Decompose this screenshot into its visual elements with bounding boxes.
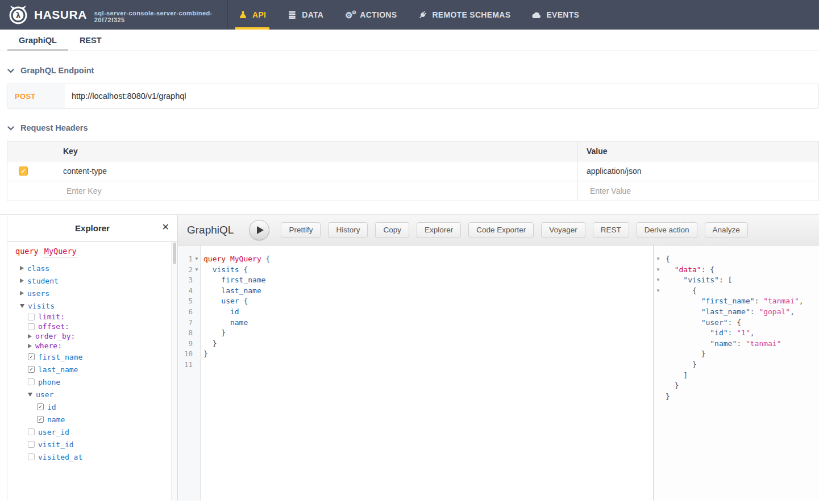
tree-item-limit[interactable]: limit: (15, 312, 164, 322)
field-checkbox[interactable]: ✓ (28, 353, 35, 360)
chevron-right-icon[interactable] (28, 334, 32, 339)
code-exporter-button[interactable]: Code Exporter (468, 222, 534, 238)
header-value-cell[interactable]: application/json (577, 161, 818, 181)
fold-arrow-icon[interactable]: ▼ (193, 254, 201, 265)
plug-icon (418, 11, 427, 19)
code-line: 4 last_name (178, 286, 653, 297)
tree-item-label: user (36, 390, 53, 399)
tree-item-student[interactable]: student (15, 274, 164, 287)
nav-item-api[interactable]: API (228, 0, 277, 30)
line-number: 1 (178, 254, 193, 265)
tree-item-visits[interactable]: visits (15, 299, 164, 312)
tree-item-label: phone (38, 378, 60, 386)
execute-query-button[interactable] (249, 220, 269, 240)
code-line: 10} (178, 349, 653, 360)
explorer-scrollbar[interactable] (171, 241, 177, 501)
new-header-key-input[interactable] (63, 186, 552, 195)
chevron-right-icon[interactable] (28, 344, 32, 348)
nav-item-label: ACTIONS (360, 10, 397, 19)
request-headers-section-header[interactable]: Request Headers (7, 123, 819, 132)
line-number: 8 (178, 328, 193, 339)
tree-item-visited_at[interactable]: visited_at (15, 451, 164, 463)
copy-button[interactable]: Copy (375, 222, 409, 238)
chevron-right-icon[interactable] (20, 278, 24, 283)
prettify-button[interactable]: Prettify (281, 222, 321, 238)
code-text: query MyQuery { (201, 254, 270, 265)
rest-button[interactable]: REST (593, 222, 629, 238)
nav-item-remote-schemas[interactable]: REMOTE SCHEMAS (408, 0, 521, 30)
fold-arrow-icon[interactable]: ▼ (193, 265, 201, 276)
tree-item-offset[interactable]: offset: (15, 322, 164, 331)
chevron-down-icon[interactable] (20, 304, 24, 308)
explorer-header: Explorer ✕ (7, 215, 177, 241)
field-checkbox[interactable]: ✓ (28, 366, 35, 373)
fold-arrow-icon[interactable]: ▼ (654, 275, 663, 286)
chevron-right-icon[interactable] (20, 266, 24, 270)
field-checkbox[interactable] (28, 323, 35, 330)
field-checkbox[interactable]: ✓ (37, 403, 44, 410)
graphql-endpoint-section-header[interactable]: GraphQL Endpoint (7, 66, 819, 75)
field-checkbox[interactable]: ✓ (37, 416, 44, 423)
field-checkbox[interactable] (28, 428, 35, 435)
table-row: ✓ content-type application/json (7, 161, 818, 181)
header-key-cell[interactable]: content-type (57, 161, 577, 181)
nav-item-data[interactable]: DATA (277, 0, 334, 30)
nav-item-events[interactable]: EVENTS (521, 0, 590, 30)
chevron-right-icon[interactable] (20, 291, 24, 295)
header-enabled-checkbox[interactable]: ✓ (19, 166, 28, 176)
tab-rest[interactable]: REST (68, 30, 113, 51)
tree-item-name[interactable]: ✓name (15, 413, 164, 426)
tree-item-label: name (47, 415, 65, 424)
brand[interactable]: λ HASURA sql-server-console-server-combi… (0, 0, 227, 30)
tree-item-label: first_name (38, 353, 82, 361)
tree-item-first_name[interactable]: ✓first_name (15, 351, 164, 363)
tree-item-phone[interactable]: phone (15, 376, 164, 388)
tree-item-label: limit: (38, 313, 65, 321)
field-checkbox[interactable] (28, 314, 35, 320)
fold-spacer (654, 339, 663, 349)
close-icon[interactable]: ✕ (162, 222, 169, 232)
response-line: "last_name": "gopal", (654, 307, 819, 318)
tree-item-order_by[interactable]: order_by: (15, 331, 164, 341)
analyze-button[interactable]: Analyze (705, 222, 748, 238)
tree-item-class[interactable]: class (15, 262, 164, 274)
code-line: 5 user { (178, 296, 653, 307)
tree-item-visit_id[interactable]: visit_id (15, 438, 164, 451)
tree-item-user[interactable]: user (15, 388, 164, 401)
table-row-new (7, 181, 818, 201)
field-checkbox[interactable] (28, 441, 35, 448)
code-text: visits { (201, 265, 248, 276)
editor-panes: 1▼query MyQuery {2▼ visits {3 first_name… (178, 245, 819, 501)
scrollbar-thumb[interactable] (173, 243, 176, 264)
tree-item-last_name[interactable]: ✓last_name (15, 363, 164, 376)
tab-graphiql[interactable]: GraphiQL (7, 30, 68, 51)
derive-action-button[interactable]: Derive action (637, 222, 697, 238)
fold-arrow-icon[interactable]: ▼ (654, 254, 663, 265)
history-button[interactable]: History (328, 222, 368, 238)
tree-item-label: student (27, 277, 59, 285)
chevron-down-icon[interactable] (28, 393, 32, 397)
field-checkbox[interactable] (28, 378, 35, 385)
nav-item-label: API (252, 10, 266, 19)
explorer-button[interactable]: Explorer (417, 222, 461, 238)
tree-item-users[interactable]: users (15, 287, 164, 299)
new-header-value-input[interactable] (587, 186, 807, 195)
response-line: "id": "1", (654, 328, 819, 339)
code-text: } (663, 391, 670, 402)
tree-item-id[interactable]: ✓id (15, 401, 164, 413)
response-line: } (654, 381, 819, 391)
fold-arrow-icon[interactable]: ▼ (654, 286, 663, 297)
hasura-logo-icon: λ (8, 5, 28, 25)
table-header-row: Key Value (7, 141, 818, 161)
fold-arrow-icon[interactable]: ▼ (654, 265, 663, 276)
field-checkbox[interactable] (28, 453, 35, 460)
code-text: id (201, 307, 239, 318)
query-editor[interactable]: 1▼query MyQuery {2▼ visits {3 first_name… (178, 245, 653, 501)
section-title: Request Headers (20, 123, 88, 132)
tree-item-where[interactable]: where: (15, 341, 164, 351)
voyager-button[interactable]: Voyager (541, 222, 585, 238)
code-text: } (201, 349, 208, 360)
nav-item-actions[interactable]: ⚙⚙ ACTIONS (334, 0, 408, 30)
query-name-input[interactable]: MyQuery (43, 247, 78, 257)
tree-item-user_id[interactable]: user_id (15, 426, 164, 438)
